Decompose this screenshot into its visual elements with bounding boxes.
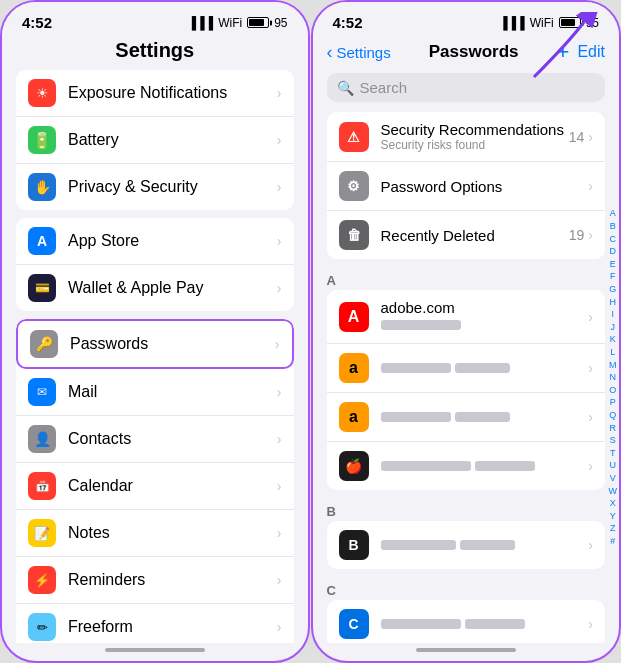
- mail-icon: ✉: [28, 378, 56, 406]
- settings-item-calendar[interactable]: 📅 Calendar ›: [16, 463, 294, 510]
- alpha-S[interactable]: S: [609, 434, 618, 447]
- alpha-R[interactable]: R: [609, 422, 618, 435]
- search-placeholder: Search: [360, 79, 408, 96]
- alpha-B[interactable]: B: [609, 220, 618, 233]
- settings-item-passwords[interactable]: 🔑 Passwords ›: [16, 319, 294, 369]
- battery-pct-left: 95: [274, 16, 287, 30]
- section-c-label: C: [313, 577, 620, 600]
- b1-item[interactable]: B ›: [327, 521, 606, 569]
- wifi-icon: WiFi: [218, 16, 242, 30]
- time-left: 4:52: [22, 14, 52, 31]
- amazon2-info: [381, 408, 589, 426]
- edit-arrow: [519, 12, 599, 82]
- time-right: 4:52: [333, 14, 363, 31]
- alpha-F[interactable]: F: [609, 270, 618, 283]
- adobe-item[interactable]: A adobe.com ›: [327, 290, 606, 344]
- alpha-V[interactable]: V: [609, 472, 618, 485]
- alpha-N[interactable]: N: [609, 371, 618, 384]
- alpha-M[interactable]: M: [609, 359, 618, 372]
- alpha-T[interactable]: T: [609, 447, 618, 460]
- alpha-X[interactable]: X: [609, 497, 618, 510]
- alpha-hash[interactable]: #: [609, 535, 618, 548]
- security-count: 14: [569, 129, 585, 145]
- settings-item-battery[interactable]: 🔋 Battery ›: [16, 117, 294, 164]
- settings-item-reminders[interactable]: ⚡ Reminders ›: [16, 557, 294, 604]
- alpha-P[interactable]: P: [609, 396, 618, 409]
- adobe-chevron: ›: [588, 309, 593, 325]
- password-options-item[interactable]: ⚙ Password Options ›: [327, 162, 606, 211]
- adobe-info: adobe.com: [381, 299, 589, 334]
- status-bar-left: 4:52 ▐▐▐ WiFi 95: [2, 2, 308, 35]
- alpha-A[interactable]: A: [609, 207, 618, 220]
- alpha-W[interactable]: W: [609, 485, 618, 498]
- wallet-icon: 💳: [28, 274, 56, 302]
- settings-item-appstore[interactable]: A App Store ›: [16, 218, 294, 265]
- c1-blurred: [381, 619, 461, 629]
- appstore-label: App Store: [68, 232, 277, 250]
- mail-chevron: ›: [277, 384, 282, 400]
- exposure-chevron: ›: [277, 85, 282, 101]
- alpha-Y[interactable]: Y: [609, 510, 618, 523]
- passwords-title: Passwords: [429, 42, 519, 62]
- settings-item-freeform[interactable]: ✏ Freeform ›: [16, 604, 294, 643]
- apple-item[interactable]: 🍎 ›: [327, 442, 606, 490]
- c1-item[interactable]: C ›: [327, 600, 606, 643]
- adobe-name: adobe.com: [381, 299, 589, 316]
- contacts-chevron: ›: [277, 431, 282, 447]
- alpha-K[interactable]: K: [609, 333, 618, 346]
- section-b-items: B ›: [327, 521, 606, 569]
- settings-item-notes[interactable]: 📝 Notes ›: [16, 510, 294, 557]
- alpha-C[interactable]: C: [609, 233, 618, 246]
- pw-options-name: Password Options: [381, 178, 589, 195]
- section-a-items: A adobe.com › a ›: [327, 290, 606, 490]
- apple-blurred: [381, 461, 471, 471]
- passwords-chevron: ›: [275, 336, 280, 352]
- notes-label: Notes: [68, 524, 277, 542]
- amazon2-item[interactable]: a ›: [327, 393, 606, 442]
- section-b-label: B: [313, 498, 620, 521]
- pw-options-icon: ⚙: [339, 171, 369, 201]
- notes-icon: 📝: [28, 519, 56, 547]
- amazon1-chevron: ›: [588, 360, 593, 376]
- alpha-J[interactable]: J: [609, 321, 618, 334]
- alpha-D[interactable]: D: [609, 245, 618, 258]
- settings-item-contacts[interactable]: 👤 Contacts ›: [16, 416, 294, 463]
- back-chevron-icon: ‹: [327, 42, 333, 63]
- settings-list: ☀ Exposure Notifications › 🔋 Battery › ✋…: [2, 70, 308, 643]
- deleted-count: 19: [569, 227, 585, 243]
- back-button[interactable]: ‹ Settings: [327, 42, 391, 63]
- settings-item-exposure[interactable]: ☀ Exposure Notifications ›: [16, 70, 294, 117]
- settings-section-2: A App Store › 💳 Wallet & Apple Pay ›: [16, 218, 294, 311]
- alpha-Z[interactable]: Z: [609, 522, 618, 535]
- alpha-U[interactable]: U: [609, 459, 618, 472]
- b1-icon: B: [339, 530, 369, 560]
- security-chevron: ›: [588, 129, 593, 145]
- alpha-L[interactable]: L: [609, 346, 618, 359]
- exposure-icon: ☀: [28, 79, 56, 107]
- deleted-info: Recently Deleted: [381, 227, 569, 244]
- reminders-label: Reminders: [68, 571, 277, 589]
- passwords-list: ⚠ Security Recommendations Security risk…: [313, 112, 620, 643]
- alpha-O[interactable]: O: [609, 384, 618, 397]
- security-recommendations-item[interactable]: ⚠ Security Recommendations Security risk…: [327, 112, 606, 162]
- notes-chevron: ›: [277, 525, 282, 541]
- settings-item-wallet[interactable]: 💳 Wallet & Apple Pay ›: [16, 265, 294, 311]
- alpha-H[interactable]: H: [609, 296, 618, 309]
- back-label: Settings: [337, 44, 391, 61]
- settings-item-privacy[interactable]: ✋ Privacy & Security ›: [16, 164, 294, 210]
- recently-deleted-item[interactable]: 🗑 Recently Deleted 19 ›: [327, 211, 606, 259]
- security-info: Security Recommendations Security risks …: [381, 121, 569, 152]
- amazon2-icon: a: [339, 402, 369, 432]
- alpha-Q[interactable]: Q: [609, 409, 618, 422]
- alpha-E[interactable]: E: [609, 258, 618, 271]
- settings-item-mail[interactable]: ✉ Mail ›: [16, 369, 294, 416]
- alpha-G[interactable]: G: [609, 283, 618, 296]
- settings-header: Settings: [2, 35, 308, 70]
- alpha-I[interactable]: I: [609, 308, 618, 321]
- settings-title: Settings: [18, 39, 292, 62]
- signal-icon: ▐▐▐: [188, 16, 214, 30]
- special-items-section: ⚠ Security Recommendations Security risk…: [327, 112, 606, 259]
- amazon1-sub-blurred: [455, 363, 510, 373]
- amazon1-item[interactable]: a ›: [327, 344, 606, 393]
- reminders-chevron: ›: [277, 572, 282, 588]
